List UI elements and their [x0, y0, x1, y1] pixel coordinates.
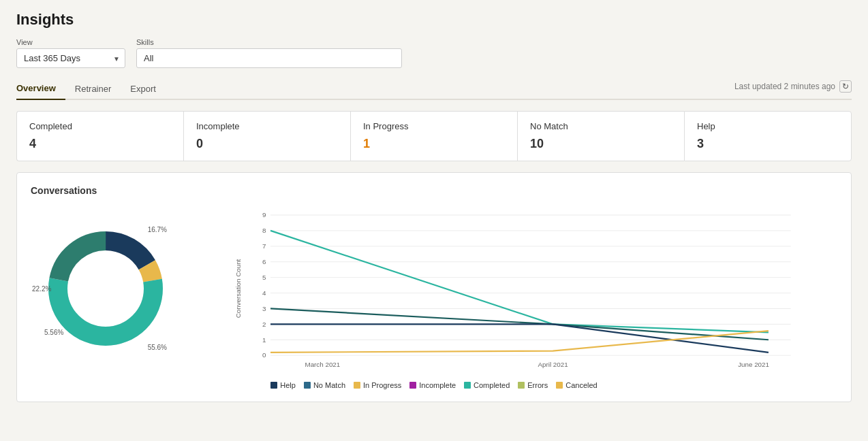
page-container: Insights View Last 365 Days Last 7 Days …: [0, 0, 868, 441]
legend-label-no-match: No Match: [313, 381, 345, 389]
legend-label-in-progress: In Progress: [363, 381, 401, 389]
legend-dot-completed: [464, 382, 471, 389]
legend-item-incomplete: Incomplete: [409, 381, 456, 389]
donut-label-556: 5.56%: [44, 329, 63, 336]
last-updated-text: Last updated 2 minutes ago: [734, 82, 835, 91]
legend-item-errors: Errors: [518, 381, 548, 389]
legend: Help No Match In Progress Incomplete Com…: [31, 381, 837, 389]
svg-text:3: 3: [262, 305, 266, 312]
legend-label-canceled: Canceled: [565, 381, 597, 389]
svg-text:8: 8: [262, 227, 266, 234]
view-label: View: [16, 38, 125, 46]
legend-dot-in-progress: [354, 382, 360, 389]
stat-card-no-match: No Match 10: [517, 111, 684, 161]
tab-retrainer[interactable]: Retrainer: [65, 78, 121, 99]
completed-label: Completed: [29, 121, 171, 131]
svg-text:0: 0: [262, 351, 266, 359]
y-axis-label: Conversation Count: [234, 259, 242, 318]
tab-overview[interactable]: Overview: [16, 78, 65, 100]
line-chart-container: Conversation Count 0 1 2 3 4 5: [194, 207, 837, 370]
legend-dot-incomplete: [409, 382, 416, 389]
stat-card-help: Help 3: [684, 111, 852, 161]
no-match-value: 10: [530, 137, 672, 151]
last-updated-area: Last updated 2 minutes ago ↻: [734, 80, 852, 97]
legend-dot-no-match: [304, 382, 311, 389]
conversations-title: Conversations: [31, 185, 837, 196]
stat-card-in-progress: In Progress 1: [350, 111, 517, 161]
donut-container: 16.7% 22.2% 5.56% 55.6%: [31, 220, 181, 357]
view-select[interactable]: Last 365 Days Last 7 Days Last 30 Days L…: [16, 48, 125, 68]
stat-cards: Completed 4 Incomplete 0 In Progress 1 N…: [16, 111, 852, 161]
legend-label-help: Help: [280, 381, 296, 389]
svg-text:2: 2: [262, 321, 266, 328]
stat-card-completed: Completed 4: [16, 111, 183, 161]
legend-label-errors: Errors: [527, 381, 548, 389]
no-match-label: No Match: [530, 121, 672, 131]
help-value: 3: [697, 137, 839, 151]
svg-text:1: 1: [262, 336, 266, 344]
donut-label-167: 16.7%: [148, 226, 167, 233]
legend-item-help: Help: [270, 381, 296, 389]
svg-text:April 2021: April 2021: [538, 361, 568, 368]
skills-control-group: Skills: [136, 38, 402, 68]
skills-label: Skills: [136, 38, 402, 46]
in-progress-value: 1: [363, 137, 505, 151]
tab-export[interactable]: Export: [121, 78, 166, 99]
donut-label-556b: 55.6%: [148, 344, 167, 351]
legend-dot-canceled: [556, 382, 563, 389]
legend-item-no-match: No Match: [304, 381, 345, 389]
legend-item-in-progress: In Progress: [354, 381, 401, 389]
legend-dot-help: [270, 382, 277, 389]
help-label: Help: [697, 121, 839, 131]
chart-area: 16.7% 22.2% 5.56% 55.6% Conversation Cou…: [31, 207, 837, 370]
stat-card-incomplete: Incomplete 0: [183, 111, 350, 161]
legend-item-canceled: Canceled: [556, 381, 597, 389]
svg-text:June 2021: June 2021: [738, 361, 769, 368]
nav-tabs: Overview Retrainer Export Last updated 2…: [16, 78, 852, 100]
in-progress-label: In Progress: [363, 121, 505, 131]
line-no-match: [270, 231, 769, 332]
refresh-icon[interactable]: ↻: [839, 80, 852, 93]
donut-label-222: 22.2%: [32, 285, 51, 293]
view-control-group: View Last 365 Days Last 7 Days Last 30 D…: [16, 38, 125, 68]
incomplete-value: 0: [196, 137, 338, 151]
line-chart: Conversation Count 0 1 2 3 4 5: [194, 207, 837, 370]
svg-text:7: 7: [262, 242, 266, 250]
page-title: Insights: [16, 11, 852, 29]
incomplete-label: Incomplete: [196, 121, 338, 131]
legend-label-incomplete: Incomplete: [419, 381, 456, 389]
donut-chart: [37, 220, 174, 357]
view-select-wrapper: Last 365 Days Last 7 Days Last 30 Days L…: [16, 48, 125, 68]
svg-text:5: 5: [262, 274, 266, 281]
legend-dot-errors: [518, 382, 525, 389]
skills-input[interactable]: [136, 48, 402, 68]
legend-item-completed: Completed: [464, 381, 510, 389]
svg-text:4: 4: [262, 289, 266, 297]
svg-text:March 2021: March 2021: [305, 361, 340, 368]
completed-value: 4: [29, 137, 171, 151]
controls-row: View Last 365 Days Last 7 Days Last 30 D…: [16, 38, 852, 68]
svg-text:6: 6: [262, 258, 266, 265]
conversations-card: Conversations: [16, 172, 852, 402]
legend-label-completed: Completed: [474, 381, 510, 389]
svg-text:9: 9: [262, 211, 266, 218]
